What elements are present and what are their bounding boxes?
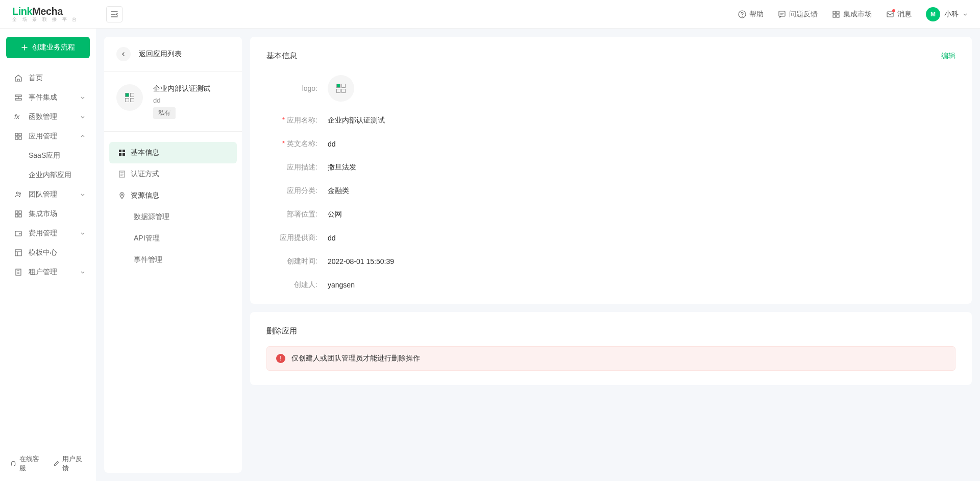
error-icon: !	[276, 354, 285, 363]
sidebar-item-label: 集成市场	[29, 209, 57, 219]
market-icon	[832, 10, 840, 18]
value-created-at: 2022-08-01 15:50:39	[328, 257, 394, 266]
value-desc: 撒旦法发	[328, 163, 356, 172]
top-header: LinkMecha 全 场 景 联 接 平 台 帮助 问题反馈 集成市场 消息 …	[0, 0, 980, 29]
svg-rect-26	[122, 153, 125, 156]
back-label: 返回应用列表	[139, 50, 182, 59]
customer-service-link[interactable]: 在线客服	[10, 454, 43, 473]
user-menu[interactable]: M 小科	[926, 7, 968, 21]
subnav-event[interactable]: 事件管理	[109, 249, 237, 271]
chevron-up-icon	[80, 133, 86, 139]
fb-label: 用户反馈	[62, 454, 86, 473]
app-code: dd	[153, 97, 210, 104]
svg-rect-17	[15, 214, 18, 217]
svg-rect-4	[833, 15, 836, 17]
location-icon	[118, 192, 126, 199]
value-name: 企业内部认证测试	[328, 116, 385, 125]
sidebar-item-home[interactable]: 首页	[0, 68, 96, 88]
label-en-name: *英文名称:	[266, 139, 317, 149]
subnav-basic-info[interactable]: 基本信息	[109, 142, 237, 163]
svg-rect-3	[837, 11, 839, 14]
sidebar-item-team[interactable]: 团队管理	[0, 185, 96, 204]
edit-button[interactable]: 编辑	[941, 52, 955, 61]
chevron-down-icon	[80, 191, 86, 198]
message-link[interactable]: 消息	[886, 10, 912, 19]
user-avatar: M	[926, 7, 940, 21]
subnav-datasource[interactable]: 数据源管理	[109, 206, 237, 228]
help-label: 帮助	[749, 10, 764, 19]
subnav-label: 基本信息	[131, 148, 159, 157]
feedback-link[interactable]: 问题反馈	[778, 10, 818, 19]
user-feedback-link[interactable]: 用户反馈	[53, 454, 86, 473]
subnav-resource[interactable]: 资源信息	[109, 185, 237, 206]
sidebar-item-event[interactable]: 事件集成	[0, 88, 96, 107]
create-flow-button[interactable]: 创建业务流程	[6, 37, 90, 58]
edit-icon	[53, 460, 59, 467]
sidebar-item-label: 费用管理	[29, 229, 57, 238]
sidebar-sub-internal[interactable]: 企业内部应用	[0, 165, 96, 185]
app-logo-icon	[116, 84, 143, 111]
chevron-down-icon	[80, 269, 86, 275]
sidebar-item-template[interactable]: 模板中心	[0, 243, 96, 262]
subnav-label: 资源信息	[131, 191, 159, 200]
svg-rect-24	[122, 150, 125, 152]
sidebar-item-label: 首页	[29, 74, 43, 83]
template-icon	[14, 249, 22, 257]
back-button[interactable]	[116, 47, 131, 61]
chevron-down-icon	[80, 114, 86, 120]
svg-point-28	[121, 194, 123, 196]
cs-label: 在线客服	[19, 454, 43, 473]
help-icon	[738, 10, 746, 18]
delete-app-card: 删除应用 ! 仅创建人或团队管理员才能进行删除操作	[250, 312, 972, 385]
app-visibility-tag: 私有	[153, 107, 176, 119]
svg-rect-2	[833, 11, 836, 14]
svg-point-14	[19, 193, 21, 195]
svg-rect-1	[779, 11, 785, 16]
chevron-down-icon	[80, 230, 86, 236]
sidebar-toggle-button[interactable]	[106, 6, 122, 22]
label-creator: 创建人:	[266, 280, 317, 290]
sidebar-item-label: 团队管理	[29, 190, 57, 199]
message-badge	[892, 9, 895, 12]
logo[interactable]: LinkMecha 全 场 景 联 接 平 台	[0, 6, 96, 23]
svg-point-13	[16, 192, 18, 194]
value-deploy: 公网	[328, 210, 342, 219]
wallet-icon	[14, 229, 22, 237]
sidebar-item-label: 函数管理	[29, 112, 57, 122]
delete-warning-alert: ! 仅创建人或团队管理员才能进行删除操作	[266, 346, 955, 371]
label-name: *应用名称:	[266, 116, 317, 125]
delete-title: 删除应用	[266, 326, 955, 336]
content-area[interactable]: 基本信息 编辑 logo: *应用名称: 企业内部认证测试 *英文名称: dd …	[250, 37, 976, 473]
value-category: 金融类	[328, 186, 349, 196]
subnav-api[interactable]: API管理	[109, 228, 237, 249]
sidebar-item-market[interactable]: 集成市场	[0, 204, 96, 224]
svg-rect-15	[15, 211, 18, 213]
svg-rect-7	[15, 95, 21, 97]
sidebar-item-label: 应用管理	[29, 132, 57, 141]
svg-point-20	[19, 233, 20, 234]
svg-rect-9	[15, 133, 18, 136]
svg-rect-21	[15, 250, 21, 256]
market-link[interactable]: 集成市场	[832, 10, 872, 19]
sidebar-item-function[interactable]: fx 函数管理	[0, 107, 96, 127]
sidebar-item-label: 事件集成	[29, 93, 57, 102]
grid-icon	[14, 210, 22, 218]
value-en-name: dd	[328, 140, 336, 148]
headset-icon	[10, 460, 16, 467]
value-provider: dd	[328, 234, 336, 242]
svg-rect-18	[19, 214, 21, 217]
sidebar-item-billing[interactable]: 费用管理	[0, 224, 96, 243]
subnav-auth[interactable]: 认证方式	[109, 163, 237, 185]
app-name: 企业内部认证测试	[153, 84, 210, 93]
tenant-icon	[14, 268, 22, 276]
main-sidebar: 创建业务流程 首页 事件集成 fx 函数管理 应用管理 SaaS应用 企业内部应…	[0, 29, 96, 481]
event-icon	[14, 93, 22, 102]
sidebar-item-tenant[interactable]: 租户管理	[0, 262, 96, 282]
sidebar-item-app[interactable]: 应用管理	[0, 127, 96, 146]
app-icon	[14, 132, 22, 140]
sidebar-sub-saas[interactable]: SaaS应用	[0, 146, 96, 165]
svg-rect-12	[19, 137, 21, 139]
help-link[interactable]: 帮助	[738, 10, 764, 19]
svg-rect-11	[15, 137, 18, 139]
menu-collapse-icon	[110, 10, 118, 18]
